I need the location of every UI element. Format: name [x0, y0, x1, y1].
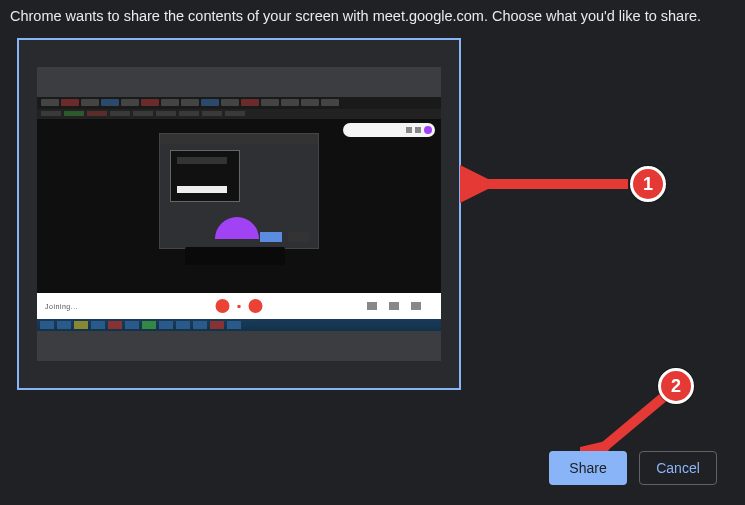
- cancel-button[interactable]: Cancel: [639, 451, 717, 485]
- annotation-arrow-1: [460, 164, 640, 204]
- screen-preview: Joining...: [37, 67, 441, 361]
- dialog-button-row: Share Cancel: [549, 451, 717, 485]
- annotation-badge-2: 2: [658, 368, 694, 404]
- preview-joining-text: Joining...: [45, 303, 78, 310]
- preview-camera-icon: [249, 299, 263, 313]
- preview-name-pill: [185, 247, 285, 265]
- svg-line-1: [598, 390, 672, 452]
- preview-bookmarks-bar: [37, 109, 441, 119]
- screen-thumbnail-selected[interactable]: Joining...: [17, 38, 461, 390]
- dialog-header-text: Chrome wants to share the contents of yo…: [10, 8, 701, 24]
- preview-browser-tabstrip: [37, 97, 441, 109]
- preview-letterbox-bottom: [37, 331, 441, 361]
- share-button[interactable]: Share: [549, 451, 627, 485]
- preview-meet-bottom-bar: Joining...: [37, 293, 441, 319]
- annotation-badge-1: 1: [630, 166, 666, 202]
- preview-meet-toolbar: [343, 123, 435, 137]
- preview-windows-taskbar: [37, 319, 441, 331]
- preview-page-content: [37, 119, 441, 293]
- preview-letterbox-top: [37, 67, 441, 97]
- preview-mic-icon: [216, 299, 230, 313]
